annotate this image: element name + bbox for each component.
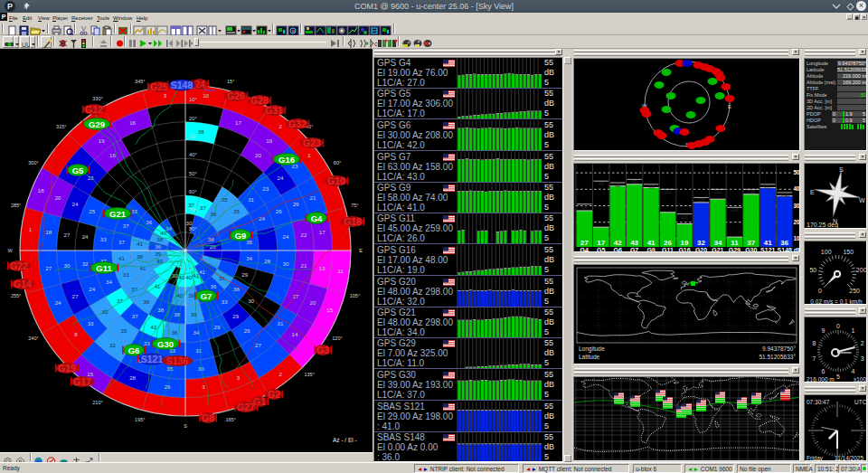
svg-text:S121: S121 <box>141 354 164 364</box>
svg-text:13: 13 <box>319 265 326 271</box>
svg-text:G30: G30 <box>157 339 174 349</box>
svg-text:250: 250 <box>849 288 860 294</box>
svg-text:G20: G20 <box>695 247 707 253</box>
svg-text:07:30:47: 07:30:47 <box>807 399 830 405</box>
svg-text:38: 38 <box>137 253 143 260</box>
svg-text:G18: G18 <box>344 216 362 227</box>
svg-text:35: 35 <box>233 208 240 214</box>
svg-text:29: 29 <box>293 201 299 207</box>
svg-text:S136: S136 <box>166 355 189 366</box>
svg-text:G5: G5 <box>72 166 84 175</box>
svg-text:G14: G14 <box>14 279 32 289</box>
svg-text:G16: G16 <box>678 247 690 253</box>
svg-text:x100: x100 <box>854 376 866 383</box>
svg-text:G6: G6 <box>615 184 621 188</box>
svg-text:G16: G16 <box>278 155 295 165</box>
svg-text:20: 20 <box>794 219 801 225</box>
svg-text:G20: G20 <box>697 198 705 203</box>
svg-text:G29: G29 <box>729 247 741 253</box>
svg-text:105°: 105° <box>350 293 360 298</box>
svg-text:195°: 195° <box>135 417 145 422</box>
svg-text:9: 9 <box>822 327 826 334</box>
svg-text:31: 31 <box>195 347 202 354</box>
svg-text:G11: G11 <box>664 190 672 194</box>
svg-text:S121: S121 <box>763 185 773 190</box>
svg-text:G4: G4 <box>580 247 589 253</box>
svg-text:S148: S148 <box>780 194 790 198</box>
svg-text:1: 1 <box>307 152 311 158</box>
svg-text:S148: S148 <box>778 247 792 253</box>
svg-text:11/14/2025: 11/14/2025 <box>835 455 863 461</box>
svg-text:8: 8 <box>812 340 816 346</box>
svg-text:32: 32 <box>82 260 89 267</box>
svg-text:24: 24 <box>282 233 288 240</box>
svg-text:8: 8 <box>74 331 78 337</box>
svg-text:3: 3 <box>237 374 241 381</box>
svg-text:345°: 345° <box>135 79 145 84</box>
svg-text:G9: G9 <box>235 231 247 241</box>
svg-text:15: 15 <box>326 307 333 313</box>
svg-text:100: 100 <box>821 249 832 255</box>
svg-text:34: 34 <box>246 255 252 261</box>
svg-text:80°: 80° <box>189 226 197 232</box>
svg-text:27: 27 <box>71 293 78 299</box>
svg-text:Friday: Friday <box>807 455 824 461</box>
svg-text:50°: 50° <box>189 171 197 176</box>
svg-text:24: 24 <box>55 299 61 306</box>
svg-text:19: 19 <box>99 137 105 144</box>
svg-text:165°: 165° <box>226 417 236 422</box>
svg-text:G26: G26 <box>227 90 245 101</box>
svg-text:135°: 135° <box>305 372 315 377</box>
svg-text:6: 6 <box>822 368 826 374</box>
svg-text:3: 3 <box>861 355 864 362</box>
svg-text:G8: G8 <box>202 412 214 423</box>
svg-text:31: 31 <box>277 320 283 326</box>
svg-text:16: 16 <box>109 152 116 158</box>
svg-text:200: 200 <box>856 267 867 273</box>
svg-text:10: 10 <box>203 92 209 99</box>
svg-text:36: 36 <box>143 298 149 305</box>
svg-text:40: 40 <box>794 185 801 192</box>
svg-text:G31: G31 <box>265 105 283 116</box>
svg-text:37: 37 <box>123 222 129 229</box>
svg-text:20°: 20° <box>189 116 197 121</box>
svg-text:36: 36 <box>172 329 178 336</box>
svg-text:50: 50 <box>794 169 801 175</box>
svg-text:W: W <box>859 197 865 203</box>
svg-text:Latitude: Latitude <box>579 354 600 360</box>
svg-text:G7: G7 <box>201 291 212 301</box>
svg-text:32: 32 <box>109 342 116 348</box>
svg-text:G4: G4 <box>581 205 588 210</box>
svg-text:0: 0 <box>836 323 840 329</box>
svg-text:E: E <box>728 104 731 109</box>
svg-text:E: E <box>359 248 363 253</box>
svg-text:18: 18 <box>38 187 44 194</box>
svg-text:14: 14 <box>292 331 298 337</box>
svg-text:G19: G19 <box>58 363 76 374</box>
svg-text:E: E <box>810 189 815 195</box>
svg-text:11: 11 <box>337 268 344 274</box>
svg-text:3: 3 <box>164 92 167 99</box>
svg-text:G21: G21 <box>109 209 127 219</box>
svg-text:G11: G11 <box>96 263 112 273</box>
svg-text:33: 33 <box>100 236 107 242</box>
svg-text:16: 16 <box>129 119 136 126</box>
svg-text:21: 21 <box>301 262 307 269</box>
svg-text:41: 41 <box>118 255 125 261</box>
svg-text:41: 41 <box>140 265 146 271</box>
svg-text:34: 34 <box>106 279 112 285</box>
svg-text:UTC: UTC <box>854 399 867 405</box>
svg-text:G2: G2 <box>268 389 280 400</box>
svg-text:G27: G27 <box>237 402 255 412</box>
svg-text:W: W <box>7 248 13 253</box>
svg-text:G5: G5 <box>599 182 605 186</box>
svg-text:Longitude: Longitude <box>579 345 605 353</box>
svg-text:28: 28 <box>264 258 270 264</box>
svg-text:18: 18 <box>45 229 52 235</box>
svg-text:G30: G30 <box>745 247 757 253</box>
svg-text:29: 29 <box>232 313 239 319</box>
svg-text:40°: 40° <box>189 152 197 157</box>
svg-text:30°: 30° <box>189 134 197 139</box>
svg-text:50: 50 <box>809 267 816 273</box>
svg-text:2: 2 <box>278 123 282 129</box>
